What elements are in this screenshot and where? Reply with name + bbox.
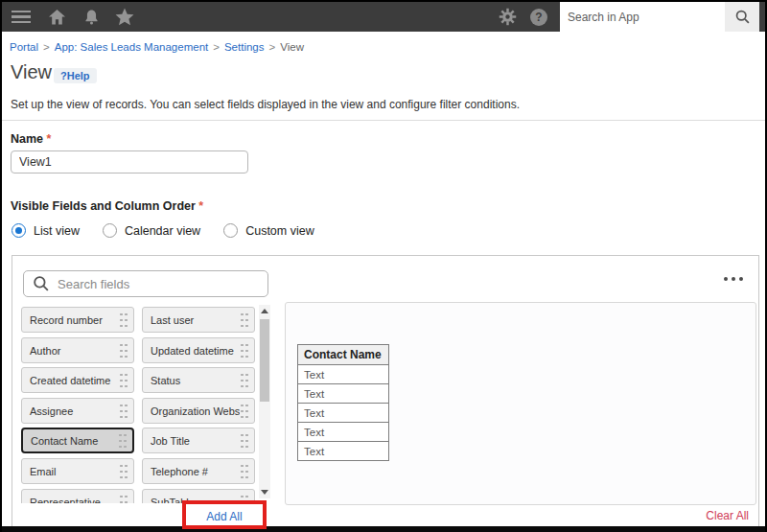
drag-handle-icon[interactable] (119, 403, 128, 419)
home-icon[interactable] (47, 8, 67, 27)
drag-handle-icon[interactable] (240, 403, 249, 419)
field-chip-label: Last user (143, 314, 240, 326)
drag-handle-icon[interactable] (240, 463, 249, 479)
field-chip[interactable]: Representative (21, 489, 134, 503)
breadcrumb-item[interactable]: Portal (10, 41, 38, 53)
breadcrumb: Portal>App: Sales Leads Management>Setti… (10, 41, 304, 53)
preview-row: Text (298, 365, 389, 384)
view-preview-panel: Contact NameTextTextTextTextText (285, 302, 756, 505)
scroll-down-arrow[interactable] (259, 486, 270, 498)
field-chip[interactable]: SubTable (142, 489, 255, 503)
field-chip[interactable]: Created datetime (21, 367, 134, 393)
drag-handle-icon[interactable] (119, 463, 128, 479)
field-chip-label: Organization Website (143, 405, 240, 417)
field-chip-label: Telephone # (143, 466, 240, 477)
radio-selected-icon[interactable] (12, 223, 26, 238)
drag-handle-icon[interactable] (119, 494, 128, 503)
field-list-scrollbar[interactable] (259, 305, 270, 498)
app-search-button[interactable] (725, 2, 759, 32)
field-chip[interactable]: Author (21, 337, 134, 363)
field-chip-label: Email (22, 466, 119, 477)
breadcrumb-separator: > (265, 41, 281, 53)
field-chip[interactable]: Last user (142, 307, 255, 333)
app-search-input[interactable] (560, 2, 725, 32)
field-chip[interactable]: Email (21, 458, 134, 484)
app-window: ? Portal>App: Sales Leads Management>Set… (0, 0, 767, 532)
scrollbar-thumb[interactable] (260, 319, 269, 402)
field-chip[interactable]: Organization Website (142, 398, 255, 424)
search-magnifier-icon (734, 9, 751, 25)
drag-handle-icon[interactable] (240, 432, 249, 449)
search-fields-input[interactable] (50, 277, 267, 291)
radio-option-label: Calendar view (125, 224, 200, 238)
drag-handle-icon[interactable] (240, 494, 249, 503)
preview-row: Text (298, 442, 389, 461)
name-label: Name * (11, 132, 51, 146)
view-type-option[interactable]: Custom view (223, 223, 314, 238)
breadcrumb-separator: > (38, 41, 55, 53)
drag-handle-icon[interactable] (119, 342, 128, 359)
view-type-radio-group: List viewCalendar viewCustom view (12, 223, 337, 238)
preview-column-header[interactable]: Contact Name (298, 345, 389, 365)
drag-handle-icon[interactable] (119, 372, 128, 388)
scroll-up-arrow[interactable] (259, 305, 270, 317)
clear-all-link[interactable]: Clear All (706, 509, 749, 522)
breadcrumb-item[interactable]: App: Sales Leads Management (55, 41, 208, 53)
page-title: View (11, 61, 52, 83)
breadcrumb-separator: > (208, 41, 224, 53)
field-chip-label: SubTable (143, 497, 240, 504)
field-chip[interactable]: Updated datetime (142, 337, 255, 363)
preview-table: Contact NameTextTextTextTextText (297, 344, 389, 461)
field-chip-label: Contact Name (23, 435, 118, 447)
notifications-bell-icon[interactable] (82, 8, 101, 27)
search-magnifier-icon (33, 275, 50, 292)
field-chip-label: Assignee (22, 405, 119, 417)
required-asterisk: * (47, 132, 52, 146)
field-chip-label: Record number (22, 314, 119, 326)
favorites-star-icon[interactable] (114, 7, 135, 27)
gear-settings-icon[interactable] (499, 8, 517, 26)
drag-handle-icon[interactable] (240, 312, 249, 328)
add-all-link[interactable]: Add All (206, 510, 242, 523)
preview-row: Text (298, 384, 389, 404)
drag-handle-icon[interactable] (240, 372, 249, 388)
field-picker-panel: Record numberAuthorCreated datetimeAssig… (12, 255, 759, 528)
field-chip-label: Author (22, 345, 119, 357)
visible-fields-label: Visible Fields and Column Order * (11, 199, 203, 213)
drag-handle-icon[interactable] (119, 312, 128, 328)
field-chip-label: Status (143, 375, 240, 386)
preview-cell: Text (298, 365, 389, 384)
view-name-input[interactable] (11, 150, 248, 173)
field-chip-label: Representative (22, 497, 119, 504)
preview-row: Text (298, 404, 389, 423)
preview-row: Text (298, 423, 389, 442)
search-fields-box (23, 270, 268, 297)
radio-unselected-icon[interactable] (103, 223, 117, 238)
breadcrumb-item[interactable]: Settings (224, 41, 265, 53)
field-chip[interactable]: Telephone # (142, 458, 255, 484)
help-icon[interactable]: ? (530, 9, 547, 26)
preview-cell: Text (298, 384, 389, 404)
hamburger-menu-icon[interactable] (12, 8, 31, 27)
field-chip[interactable]: Assignee (21, 398, 134, 424)
field-chip-label: Job Title (143, 435, 240, 447)
top-navigation-bar: ? (2, 2, 765, 32)
view-type-option[interactable]: List view (12, 223, 80, 238)
radio-option-label: List view (34, 224, 80, 238)
field-chip[interactable]: Record number (21, 307, 134, 333)
field-chip[interactable]: Job Title (142, 428, 255, 453)
drag-handle-icon[interactable] (240, 342, 249, 359)
ellipsis-menu-icon[interactable] (724, 277, 743, 281)
field-chip[interactable]: Status (142, 367, 255, 393)
preview-cell: Text (298, 404, 389, 423)
window-bottom-border (2, 526, 765, 532)
app-search (560, 2, 759, 32)
help-link[interactable]: ?Help (54, 68, 97, 83)
page-description: Set up the view of records. You can sele… (11, 98, 520, 111)
radio-unselected-icon[interactable] (223, 223, 238, 238)
required-asterisk: * (198, 199, 203, 213)
preview-cell: Text (298, 423, 389, 442)
field-chip[interactable]: Contact Name (21, 428, 134, 453)
drag-handle-icon[interactable] (118, 432, 128, 449)
view-type-option[interactable]: Calendar view (103, 223, 200, 238)
